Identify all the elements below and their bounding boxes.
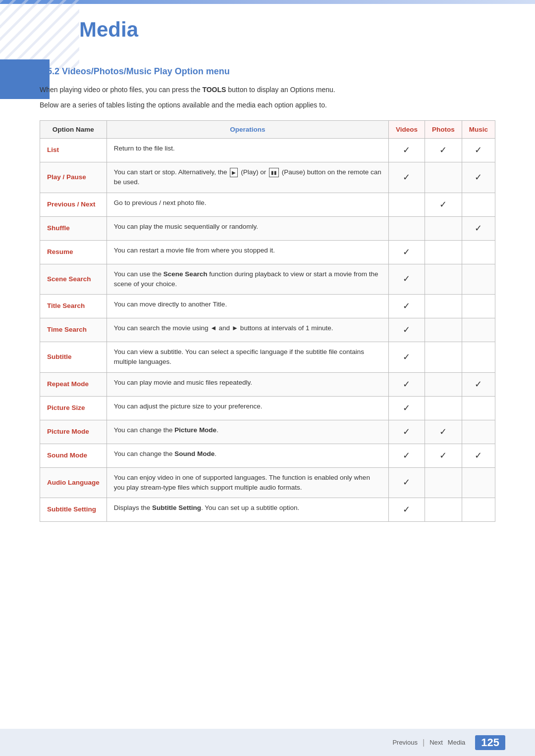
videos-check-cell: ✓ bbox=[388, 162, 425, 193]
option-name-cell: Subtitle bbox=[40, 342, 107, 373]
table-row: Time SearchYou can search the movie usin… bbox=[40, 318, 495, 342]
option-name-cell: Sound Mode bbox=[40, 444, 107, 467]
tools-bold: TOOLS bbox=[202, 86, 226, 94]
music-check-cell: ✓ bbox=[462, 372, 495, 396]
photos-checkmark: ✓ bbox=[439, 145, 447, 155]
videos-checkmark: ✓ bbox=[403, 301, 410, 311]
videos-check-cell: ✓ bbox=[388, 420, 425, 444]
description-cell: You can play movie and music files repea… bbox=[107, 372, 388, 396]
option-name-cell: Time Search bbox=[40, 318, 107, 342]
footer-page-label: Media bbox=[448, 739, 465, 746]
table-row: Scene SearchYou can use the Scene Search… bbox=[40, 264, 495, 295]
table-row: ListReturn to the file list.✓✓✓ bbox=[40, 139, 495, 162]
description-cell: You can view a subtitle. You can select … bbox=[107, 342, 388, 373]
description-cell: You can play the music sequentially or r… bbox=[107, 216, 388, 240]
intro-text-2: Below are a series of tables listing the… bbox=[40, 100, 495, 110]
photos-check-cell bbox=[425, 216, 462, 240]
videos-checkmark: ✓ bbox=[403, 274, 410, 284]
col-header-option: Option Name bbox=[40, 121, 107, 139]
bold-phrase: Sound Mode bbox=[174, 450, 214, 457]
option-name-cell: Audio Language bbox=[40, 467, 107, 498]
music-check-cell bbox=[462, 193, 495, 216]
option-name-cell: List bbox=[40, 139, 107, 162]
music-check-cell: ✓ bbox=[462, 139, 495, 162]
footer-divider: | bbox=[423, 738, 425, 747]
photos-check-cell bbox=[425, 295, 462, 318]
photos-checkmark: ✓ bbox=[439, 427, 447, 437]
pause-icon: ▮▮ bbox=[269, 168, 279, 177]
videos-checkmark: ✓ bbox=[403, 427, 410, 437]
options-table: Option Name Operations Videos Photos Mus… bbox=[40, 120, 495, 522]
photos-checkmark: ✓ bbox=[439, 451, 447, 460]
option-name-cell: Resume bbox=[40, 240, 107, 264]
photos-check-cell bbox=[425, 162, 462, 193]
description-cell: You can use the Scene Search function du… bbox=[107, 264, 388, 295]
videos-checkmark: ✓ bbox=[403, 504, 410, 514]
photos-check-cell bbox=[425, 342, 462, 373]
description-cell: Go to previous / next photo file. bbox=[107, 193, 388, 216]
videos-check-cell: ✓ bbox=[388, 467, 425, 498]
photos-check-cell bbox=[425, 372, 462, 396]
bold-phrase: Scene Search bbox=[163, 270, 208, 278]
music-check-cell: ✓ bbox=[462, 444, 495, 467]
music-checkmark: ✓ bbox=[475, 223, 482, 233]
videos-check-cell: ✓ bbox=[388, 295, 425, 318]
music-checkmark: ✓ bbox=[475, 451, 482, 460]
description-cell: You can move directly to another Title. bbox=[107, 295, 388, 318]
table-row: ShuffleYou can play the music sequential… bbox=[40, 216, 495, 240]
photos-check-cell: ✓ bbox=[425, 193, 462, 216]
videos-checkmark: ✓ bbox=[403, 451, 410, 460]
music-checkmark: ✓ bbox=[475, 379, 482, 389]
table-row: Picture SizeYou can adjust the picture s… bbox=[40, 396, 495, 420]
videos-checkmark: ✓ bbox=[403, 145, 410, 155]
description-cell: You can enjoy video in one of supported … bbox=[107, 467, 388, 498]
option-name-cell: Title Search bbox=[40, 295, 107, 318]
videos-check-cell: ✓ bbox=[388, 240, 425, 264]
videos-checkmark: ✓ bbox=[403, 325, 410, 335]
photos-check-cell bbox=[425, 264, 462, 295]
videos-check-cell: ✓ bbox=[388, 318, 425, 342]
music-check-cell bbox=[462, 295, 495, 318]
description-cell: Return to the file list. bbox=[107, 139, 388, 162]
option-name-cell: Previous / Next bbox=[40, 193, 107, 216]
music-check-cell bbox=[462, 420, 495, 444]
footer-page-number: 125 bbox=[475, 735, 505, 750]
description-cell: You can start or stop. Alternatively, th… bbox=[107, 162, 388, 193]
music-check-cell: ✓ bbox=[462, 162, 495, 193]
videos-checkmark: ✓ bbox=[403, 379, 410, 389]
section-heading: 6.5.2 Videos/Photos/Music Play Option me… bbox=[40, 66, 495, 77]
table-row: Sound ModeYou can change the Sound Mode.… bbox=[40, 444, 495, 467]
videos-checkmark: ✓ bbox=[403, 477, 410, 487]
table-header-row: Option Name Operations Videos Photos Mus… bbox=[40, 121, 495, 139]
music-check-cell bbox=[462, 264, 495, 295]
previous-button[interactable]: Previous bbox=[392, 739, 418, 746]
table-row: Subtitle SettingDisplays the Subtitle Se… bbox=[40, 498, 495, 522]
music-check-cell bbox=[462, 342, 495, 373]
description-cell: You can change the Picture Mode. bbox=[107, 420, 388, 444]
option-name-cell: Shuffle bbox=[40, 216, 107, 240]
next-button[interactable]: Next bbox=[429, 739, 443, 746]
videos-check-cell: ✓ bbox=[388, 498, 425, 522]
bold-phrase: Picture Mode bbox=[174, 426, 216, 434]
option-name-cell: Subtitle Setting bbox=[40, 498, 107, 522]
photos-check-cell bbox=[425, 318, 462, 342]
photos-check-cell bbox=[425, 498, 462, 522]
photos-check-cell: ✓ bbox=[425, 139, 462, 162]
photos-check-cell: ✓ bbox=[425, 420, 462, 444]
videos-check-cell bbox=[388, 193, 425, 216]
play-icon: ▶ bbox=[230, 168, 238, 177]
option-name-cell: Repeat Mode bbox=[40, 372, 107, 396]
photos-check-cell bbox=[425, 396, 462, 420]
music-check-cell bbox=[462, 318, 495, 342]
videos-checkmark: ✓ bbox=[403, 247, 410, 257]
description-cell: Displays the Subtitle Setting. You can s… bbox=[107, 498, 388, 522]
photos-checkmark: ✓ bbox=[439, 200, 447, 209]
videos-checkmark: ✓ bbox=[403, 172, 410, 182]
option-name-cell: Picture Mode bbox=[40, 420, 107, 444]
page-header: Media bbox=[0, 4, 535, 51]
footer-navigation: Previous | Next Media 125 bbox=[392, 735, 505, 750]
music-check-cell bbox=[462, 498, 495, 522]
page-title: Media bbox=[79, 18, 535, 42]
footer: Previous | Next Media 125 bbox=[0, 729, 535, 756]
table-row: Title SearchYou can move directly to ano… bbox=[40, 295, 495, 318]
